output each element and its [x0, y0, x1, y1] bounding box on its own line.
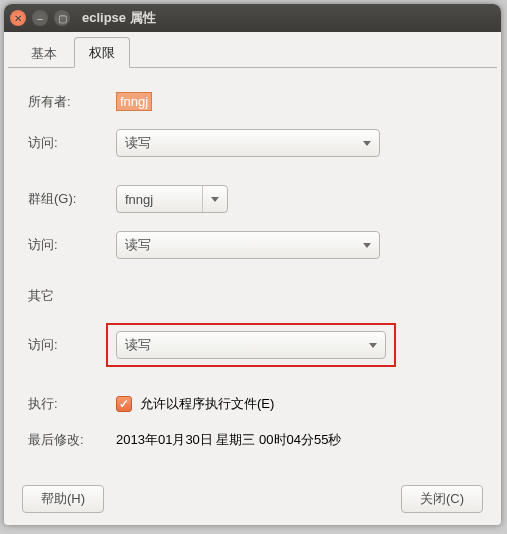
- titlebar: ✕ – ▢ eclipse 属性: [4, 4, 501, 32]
- chevron-down-icon: [211, 197, 219, 202]
- execute-row: 执行: ✓ 允许以程序执行文件(E): [28, 395, 477, 413]
- execute-checkbox-label: 允许以程序执行文件(E): [140, 395, 274, 413]
- group-access-value: 读写: [125, 236, 151, 254]
- others-access-row: 访问: 读写: [28, 323, 477, 367]
- help-button[interactable]: 帮助(H): [22, 485, 104, 513]
- modified-value: 2013年01月30日 星期三 00时04分55秒: [116, 431, 341, 449]
- group-value: fnngj: [125, 192, 153, 207]
- client-area: 基本 权限 所有者: fnngj 访问: 读写 群组(G): fnngj: [4, 32, 501, 525]
- group-access-combo[interactable]: 读写: [116, 231, 380, 259]
- window-minimize-button[interactable]: –: [32, 10, 48, 26]
- chevron-down-icon: [369, 343, 377, 348]
- execute-checkbox[interactable]: ✓: [116, 396, 132, 412]
- group-combo[interactable]: fnngj: [116, 185, 228, 213]
- tab-permissions[interactable]: 权限: [74, 37, 130, 68]
- window-close-button[interactable]: ✕: [10, 10, 26, 26]
- group-row: 群组(G): fnngj: [28, 185, 477, 213]
- owner-label: 所有者:: [28, 93, 116, 111]
- group-access-row: 访问: 读写: [28, 231, 477, 259]
- tab-content: 所有者: fnngj 访问: 读写 群组(G): fnngj 访问:: [8, 68, 497, 477]
- tab-bar: 基本 权限: [8, 36, 497, 68]
- owner-access-row: 访问: 读写: [28, 129, 477, 157]
- owner-row: 所有者: fnngj: [28, 92, 477, 111]
- others-label: 其它: [28, 287, 116, 305]
- execute-label: 执行:: [28, 395, 116, 413]
- group-access-label: 访问:: [28, 236, 116, 254]
- others-access-combo[interactable]: 读写: [116, 331, 386, 359]
- group-label: 群组(G):: [28, 190, 116, 208]
- owner-access-label: 访问:: [28, 134, 116, 152]
- modified-row: 最后修改: 2013年01月30日 星期三 00时04分55秒: [28, 431, 477, 449]
- dialog-footer: 帮助(H) 关闭(C): [8, 477, 497, 513]
- tab-basic[interactable]: 基本: [16, 38, 72, 68]
- chevron-down-icon: [363, 243, 371, 248]
- others-access-label: 访问:: [28, 336, 116, 354]
- owner-value: fnngj: [116, 92, 152, 111]
- window-maximize-button[interactable]: ▢: [54, 10, 70, 26]
- modified-label: 最后修改:: [28, 431, 116, 449]
- owner-access-value: 读写: [125, 134, 151, 152]
- window-title: eclipse 属性: [82, 9, 156, 27]
- chevron-down-icon: [363, 141, 371, 146]
- owner-access-combo[interactable]: 读写: [116, 129, 380, 157]
- others-access-value: 读写: [125, 336, 151, 354]
- properties-dialog: ✕ – ▢ eclipse 属性 基本 权限 所有者: fnngj 访问: 读写: [4, 4, 501, 525]
- highlight-box: 读写: [106, 323, 396, 367]
- close-button[interactable]: 关闭(C): [401, 485, 483, 513]
- others-header-row: 其它: [28, 287, 477, 305]
